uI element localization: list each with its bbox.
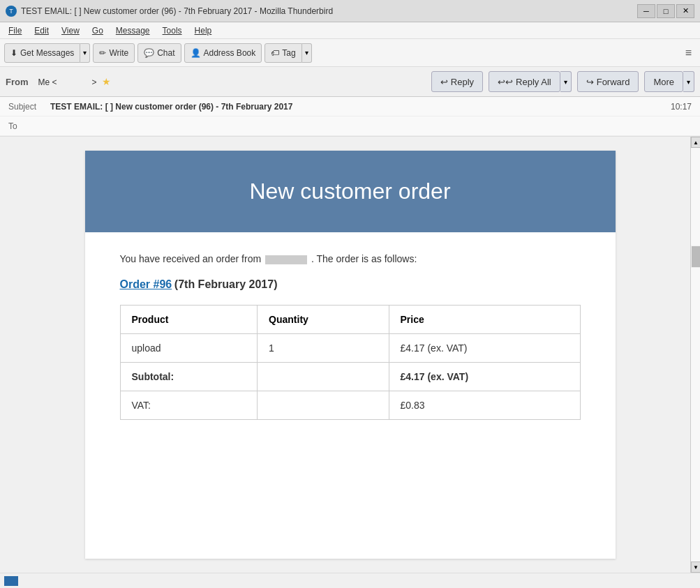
- minimize-button[interactable]: ─: [637, 4, 655, 18]
- col-product: Product: [120, 306, 258, 334]
- more-button[interactable]: More: [644, 71, 683, 92]
- more-arrow[interactable]: ▾: [683, 71, 694, 92]
- reply-button[interactable]: ↩ Reply: [431, 71, 483, 92]
- col-quantity: Quantity: [258, 306, 389, 334]
- table-row: upload 1 £4.17 (ex. VAT): [120, 334, 580, 363]
- action-bar: From Me < > ★ ↩ Reply ↩↩ Reply All ▾ ↪ F…: [0, 67, 700, 97]
- address-book-icon: 👤: [191, 48, 201, 58]
- address-book-label: Address Book: [204, 48, 256, 58]
- intro-suffix: . The order is as follows:: [311, 253, 417, 264]
- reply-group: ↩ Reply: [431, 71, 483, 92]
- chat-icon: 💬: [144, 48, 154, 58]
- reply-all-arrow[interactable]: ▾: [560, 71, 572, 92]
- get-messages-arrow[interactable]: ▾: [80, 43, 90, 63]
- reply-all-icon: ↩↩: [498, 77, 513, 87]
- email-content-inner: You have received an order from . The or…: [85, 232, 616, 441]
- forward-icon: ↪: [586, 77, 594, 87]
- vat-row: VAT: £0.83: [120, 391, 580, 420]
- window-controls: ─ □ ✕: [637, 4, 694, 18]
- subtotal-row: Subtotal: £4.17 (ex. VAT): [120, 363, 580, 391]
- table-header-row: Product Quantity Price: [120, 306, 580, 334]
- star-icon[interactable]: ★: [102, 76, 111, 87]
- from-value: Me < > ★: [38, 76, 429, 87]
- email-banner: New customer order: [85, 151, 616, 232]
- subtotal-label: Subtotal:: [120, 363, 258, 391]
- menu-go[interactable]: Go: [87, 24, 109, 37]
- email-body: New customer order You have received an …: [85, 151, 616, 559]
- email-content-area: New customer order You have received an …: [0, 137, 700, 573]
- order-title-row: Order #96 (7th February 2017): [120, 278, 581, 291]
- order-intro: You have received an order from . The or…: [120, 253, 581, 264]
- app-icon: T: [6, 6, 17, 17]
- menu-tools[interactable]: Tools: [157, 24, 188, 37]
- price-cell: £4.17 (ex. VAT): [389, 334, 580, 363]
- toolbar: ⬇ Get Messages ▾ ✏ Write 💬 Chat 👤 Addres…: [0, 39, 700, 67]
- tag-icon: 🏷: [271, 48, 279, 58]
- scrollbar[interactable]: ▲ ▼: [690, 137, 700, 573]
- scroll-down-arrow[interactable]: ▼: [691, 561, 700, 573]
- status-icon: [4, 576, 18, 586]
- forward-button[interactable]: ↪ Forward: [577, 71, 639, 92]
- hamburger-button[interactable]: ≡: [681, 44, 696, 62]
- write-label: Write: [109, 48, 128, 58]
- write-icon: ✏: [99, 48, 106, 58]
- menu-help[interactable]: Help: [189, 24, 218, 37]
- quantity-cell: 1: [258, 334, 389, 363]
- tag-button[interactable]: 🏷 Tag: [265, 43, 301, 63]
- chat-button[interactable]: 💬 Chat: [137, 43, 181, 63]
- chat-label: Chat: [157, 48, 174, 58]
- subtotal-value: £4.17 (ex. VAT): [389, 363, 580, 391]
- scrollbar-thumb[interactable]: [692, 246, 700, 267]
- maximize-button[interactable]: □: [657, 4, 675, 18]
- scroll-up-arrow[interactable]: ▲: [691, 137, 700, 148]
- vat-value: £0.83: [389, 391, 580, 420]
- email-time: 10:17: [671, 102, 692, 112]
- to-row: To: [0, 116, 700, 136]
- write-button[interactable]: ✏ Write: [93, 43, 135, 63]
- intro-text: You have received an order from: [120, 253, 262, 264]
- reply-all-label: Reply All: [516, 77, 551, 87]
- col-price: Price: [389, 306, 580, 334]
- reply-all-button[interactable]: ↩↩ Reply All: [489, 71, 560, 92]
- order-table: Product Quantity Price upload 1 £4.17 (e…: [120, 305, 581, 420]
- menu-message[interactable]: Message: [110, 24, 156, 37]
- subject-value: TEST EMAIL: [ ] New customer order (96) …: [50, 102, 671, 112]
- email-header: Subject TEST EMAIL: [ ] New customer ord…: [0, 97, 700, 137]
- address-book-button[interactable]: 👤 Address Book: [184, 43, 262, 63]
- forward-group: ↪ Forward: [577, 71, 639, 92]
- tag-label: Tag: [282, 48, 295, 58]
- sender-name-redacted: [265, 255, 307, 264]
- menu-edit[interactable]: Edit: [29, 24, 54, 37]
- order-date: (7th February 2017): [174, 278, 278, 290]
- more-label: More: [653, 77, 674, 87]
- subject-label: Subject: [8, 102, 50, 112]
- get-messages-label: Get Messages: [20, 48, 74, 58]
- window-title: TEST EMAIL: [ ] New customer order (96) …: [21, 6, 333, 16]
- vat-qty: [258, 391, 389, 420]
- subject-row: Subject TEST EMAIL: [ ] New customer ord…: [0, 97, 700, 116]
- banner-title: New customer order: [249, 179, 450, 204]
- reply-all-group: ↩↩ Reply All ▾: [489, 71, 572, 92]
- statusbar: [0, 573, 700, 588]
- menubar: File Edit View Go Message Tools Help: [0, 22, 700, 39]
- order-link[interactable]: Order #96: [120, 278, 172, 290]
- reply-label: Reply: [451, 77, 474, 87]
- main-layout: From Me < > ★ ↩ Reply ↩↩ Reply All ▾ ↪ F…: [0, 67, 700, 573]
- reply-icon: ↩: [440, 77, 448, 87]
- vat-label: VAT:: [120, 391, 258, 420]
- forward-label: Forward: [597, 77, 630, 87]
- get-messages-button[interactable]: ⬇ Get Messages: [4, 43, 80, 63]
- close-button[interactable]: ✕: [676, 4, 694, 18]
- more-group: More ▾: [644, 71, 694, 92]
- tag-group: 🏷 Tag ▾: [265, 43, 311, 63]
- menu-view[interactable]: View: [56, 24, 85, 37]
- titlebar: T TEST EMAIL: [ ] New customer order (96…: [0, 0, 700, 22]
- tag-arrow[interactable]: ▾: [302, 43, 312, 63]
- get-messages-group: ⬇ Get Messages ▾: [4, 43, 90, 63]
- product-cell: upload: [120, 334, 258, 363]
- menu-file[interactable]: File: [3, 24, 27, 37]
- to-label: To: [8, 121, 50, 131]
- subtotal-qty: [258, 363, 389, 391]
- download-icon: ⬇: [10, 48, 17, 58]
- from-label: From: [6, 77, 29, 87]
